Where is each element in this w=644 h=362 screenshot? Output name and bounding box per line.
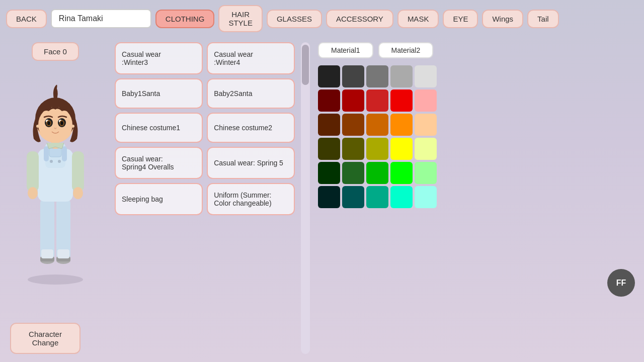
clothing-item-spring5[interactable]: Casual wear: Spring 5 bbox=[207, 147, 295, 179]
color-swatch-28[interactable] bbox=[390, 186, 413, 208]
svg-rect-18 bbox=[72, 151, 84, 192]
color-swatch-19[interactable] bbox=[415, 138, 437, 160]
left-panel: Face 0 bbox=[0, 37, 111, 359]
clothing-item-baby1santa[interactable]: Baby1Santa bbox=[115, 78, 203, 109]
tab-hairstyle[interactable]: HAIRSTYLE bbox=[218, 5, 263, 32]
tab-mask[interactable]: MASK bbox=[397, 10, 439, 28]
clothing-list: Casual wear:Winter3 Casual wear:Winter4 … bbox=[111, 37, 299, 359]
color-swatch-26[interactable] bbox=[342, 186, 364, 208]
color-swatch-27[interactable] bbox=[366, 186, 388, 208]
clothing-list-area: Casual wear:Winter3 Casual wear:Winter4 … bbox=[111, 37, 312, 359]
clothing-row-4: Casual wear:Spring4 Overalls Casual wear… bbox=[115, 147, 295, 179]
color-swatch-5[interactable] bbox=[318, 89, 340, 112]
color-swatch-6[interactable] bbox=[342, 89, 364, 112]
svg-rect-11 bbox=[44, 146, 49, 161]
color-swatch-16[interactable] bbox=[342, 138, 364, 160]
svg-point-30 bbox=[47, 121, 50, 125]
tab-tail[interactable]: Tail bbox=[527, 10, 559, 28]
color-swatch-1[interactable] bbox=[342, 65, 364, 87]
svg-point-14 bbox=[50, 160, 53, 163]
color-swatch-23[interactable] bbox=[390, 162, 413, 184]
color-swatch-18[interactable] bbox=[390, 138, 413, 160]
color-swatch-20[interactable] bbox=[318, 162, 340, 184]
character-name-input[interactable] bbox=[51, 9, 151, 28]
svg-point-33 bbox=[71, 125, 74, 128]
color-swatch-13[interactable] bbox=[390, 114, 413, 136]
ff-button[interactable]: FF bbox=[607, 269, 635, 297]
color-swatch-29[interactable] bbox=[415, 186, 437, 208]
color-swatch-21[interactable] bbox=[342, 162, 364, 184]
color-swatch-2[interactable] bbox=[366, 65, 388, 87]
svg-rect-16 bbox=[27, 151, 39, 192]
color-swatch-11[interactable] bbox=[342, 114, 364, 136]
clothing-item-baby2santa[interactable]: Baby2Santa bbox=[207, 78, 295, 109]
color-swatch-4[interactable] bbox=[415, 65, 437, 87]
clothing-item-winter4[interactable]: Casual wear:Winter4 bbox=[207, 42, 295, 74]
character-change-button[interactable]: CharacterChange bbox=[10, 323, 80, 354]
back-button[interactable]: BACK bbox=[6, 10, 47, 28]
tab-accessory[interactable]: ACCESSORY bbox=[326, 10, 393, 28]
color-panel: Material1 Material2 bbox=[312, 37, 644, 359]
svg-rect-13 bbox=[49, 148, 61, 157]
color-swatch-17[interactable] bbox=[366, 138, 388, 160]
clothing-row-2: Baby1Santa Baby2Santa bbox=[115, 78, 295, 109]
color-swatch-0[interactable] bbox=[318, 65, 340, 87]
svg-rect-8 bbox=[57, 249, 69, 258]
svg-point-19 bbox=[73, 187, 83, 199]
clothing-item-winter3[interactable]: Casual wear:Winter3 bbox=[115, 42, 203, 74]
material-header: Material1 Material2 bbox=[318, 42, 638, 58]
color-swatch-10[interactable] bbox=[318, 114, 340, 136]
clothing-item-uniform-summer[interactable]: Uniform (Summer: Color changeable) bbox=[207, 183, 295, 215]
scrollbar[interactable] bbox=[301, 42, 310, 354]
main-area: Face 0 bbox=[0, 37, 644, 359]
clothing-row-5: Sleeping bag Uniform (Summer: Color chan… bbox=[115, 183, 295, 215]
svg-point-17 bbox=[28, 187, 38, 199]
color-swatch-3[interactable] bbox=[390, 65, 413, 87]
tab-glasses[interactable]: GLASSES bbox=[267, 10, 322, 28]
clothing-row-3: Chinese costume1 Chinese costume2 bbox=[115, 113, 295, 143]
material1-tab[interactable]: Material1 bbox=[318, 42, 373, 58]
color-swatch-14[interactable] bbox=[415, 114, 437, 136]
color-swatch-7[interactable] bbox=[366, 89, 388, 112]
clothing-item-spring4[interactable]: Casual wear:Spring4 Overalls bbox=[115, 147, 203, 179]
material2-tab[interactable]: Material2 bbox=[378, 42, 434, 58]
color-swatch-8[interactable] bbox=[390, 89, 413, 112]
color-swatch-22[interactable] bbox=[366, 162, 388, 184]
tab-wings[interactable]: Wings bbox=[482, 10, 523, 28]
color-swatch-12[interactable] bbox=[366, 114, 388, 136]
color-swatch-15[interactable] bbox=[318, 138, 340, 160]
clothing-item-sleeping-bag[interactable]: Sleeping bag bbox=[115, 183, 203, 215]
svg-point-15 bbox=[58, 160, 61, 163]
top-nav: BACK CLOTHING HAIRSTYLE GLASSES ACCESSOR… bbox=[0, 0, 644, 37]
tab-eye[interactable]: EYE bbox=[443, 10, 478, 28]
clothing-row-1: Casual wear:Winter3 Casual wear:Winter4 bbox=[115, 42, 295, 74]
svg-rect-7 bbox=[41, 249, 53, 258]
scroll-thumb[interactable] bbox=[302, 45, 309, 85]
face-button[interactable]: Face 0 bbox=[32, 42, 79, 61]
clothing-item-chinese1[interactable]: Chinese costume1 bbox=[115, 113, 203, 143]
color-swatch-25[interactable] bbox=[318, 186, 340, 208]
svg-point-0 bbox=[28, 275, 83, 285]
tab-clothing[interactable]: CLOTHING bbox=[155, 10, 215, 28]
svg-point-31 bbox=[60, 121, 63, 125]
color-grid bbox=[318, 65, 638, 208]
color-swatch-24[interactable] bbox=[415, 162, 437, 184]
svg-point-23 bbox=[38, 107, 72, 143]
clothing-item-chinese2[interactable]: Chinese costume2 bbox=[207, 113, 295, 143]
svg-rect-12 bbox=[62, 146, 67, 161]
color-swatch-9[interactable] bbox=[415, 89, 437, 112]
character-figure bbox=[13, 68, 98, 285]
svg-point-32 bbox=[36, 125, 39, 128]
